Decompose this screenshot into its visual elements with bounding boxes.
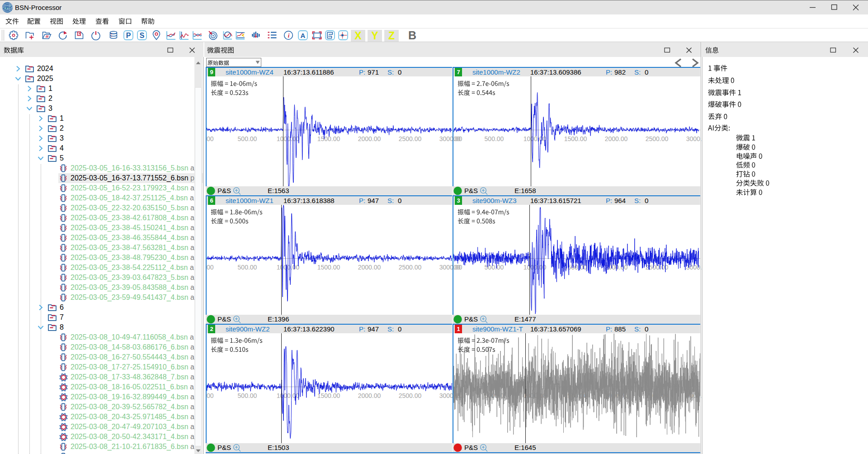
svg-text:i: i (288, 32, 290, 39)
svg-text:S: S (140, 32, 145, 39)
svg-text:A: A (301, 32, 306, 39)
svg-text:P: P (126, 32, 131, 39)
